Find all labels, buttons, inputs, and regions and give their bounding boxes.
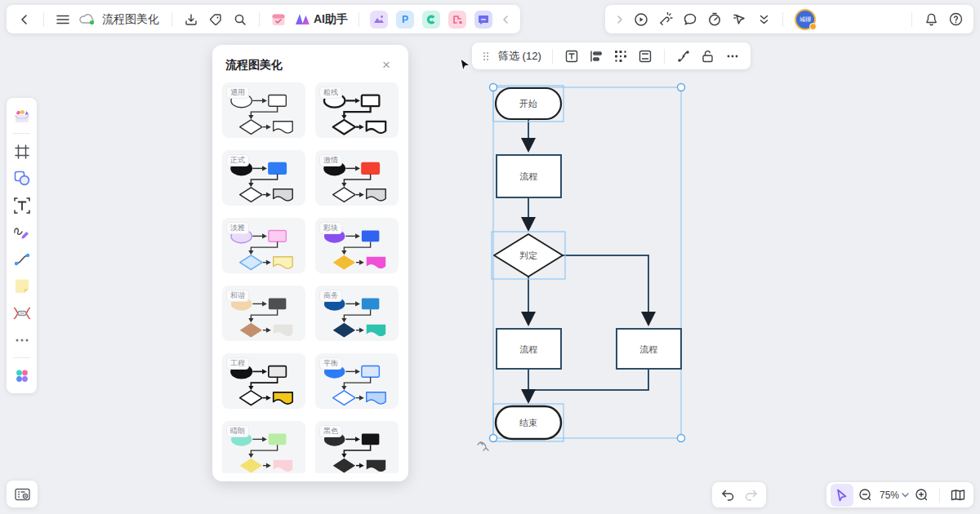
present-play-icon[interactable] xyxy=(630,8,653,31)
comment-icon[interactable] xyxy=(679,8,702,31)
zoom-level[interactable]: 75% xyxy=(880,490,899,501)
chart-app-icon[interactable] xyxy=(422,11,440,29)
theme-label: 淡雅 xyxy=(226,222,249,234)
selection-handle[interactable] xyxy=(490,84,497,91)
search-icon[interactable] xyxy=(229,8,252,31)
undo-icon[interactable] xyxy=(716,484,739,507)
ai-assistant-button[interactable]: AI助手 xyxy=(292,8,351,31)
align-icon[interactable] xyxy=(585,45,608,68)
selection-handle[interactable] xyxy=(490,435,497,442)
help-icon[interactable] xyxy=(944,8,967,31)
selection-handle[interactable] xyxy=(678,84,685,91)
topbar-left: 流程图美化 AI助手 P xyxy=(7,5,520,33)
p-app-icon[interactable]: P xyxy=(396,11,414,29)
share-dropdown-icon[interactable] xyxy=(881,11,899,29)
divider xyxy=(552,49,553,64)
chat-app-icon[interactable] xyxy=(474,11,492,29)
zoom-out-icon[interactable] xyxy=(854,484,877,507)
text-tool-icon[interactable] xyxy=(10,193,33,217)
laser-pointer-icon[interactable] xyxy=(654,8,677,31)
chevron-double-down-icon[interactable] xyxy=(752,8,775,31)
zoom-dropdown-icon[interactable] xyxy=(902,493,909,498)
flowchart-node-decision[interactable]: 判定 xyxy=(492,232,565,279)
expand-right-icon[interactable] xyxy=(612,8,628,31)
unlock-icon[interactable] xyxy=(697,45,719,68)
back-button[interactable] xyxy=(13,8,36,31)
rotate-handle-icon[interactable] xyxy=(478,442,488,450)
theme-card-9[interactable]: 工程 xyxy=(222,353,305,409)
theme-card-2[interactable]: 粗线 xyxy=(315,82,399,138)
theme-label: 商务 xyxy=(319,290,342,302)
theme-card-11[interactable]: 晴朗 xyxy=(222,421,305,473)
timer-icon[interactable] xyxy=(703,8,726,31)
document-title: 流程图美化 xyxy=(102,12,159,27)
node-label: 流程 xyxy=(519,344,538,354)
select-cursor-button[interactable] xyxy=(831,484,853,507)
theme-card-1[interactable]: 通用 xyxy=(222,82,305,138)
calendar-task-icon[interactable] xyxy=(267,8,290,31)
theme-card-7[interactable]: 和谐 xyxy=(222,286,305,341)
divider xyxy=(939,488,940,503)
divider xyxy=(359,12,359,27)
image-app-icon[interactable] xyxy=(370,11,388,29)
frame-fit-icon[interactable] xyxy=(634,45,657,68)
menu-icon[interactable] xyxy=(51,8,74,31)
connector-tool-icon[interactable] xyxy=(10,247,33,271)
notification-bell-icon[interactable] xyxy=(920,8,942,31)
sticky-note-icon[interactable] xyxy=(10,274,33,298)
left-sidebar xyxy=(7,98,37,393)
theme-card-4[interactable]: 激情 xyxy=(315,150,399,206)
theme-label: 黑色 xyxy=(319,425,342,437)
follow-cursor-icon[interactable] xyxy=(728,8,751,31)
text-style-icon[interactable] xyxy=(560,45,583,68)
theme-label: 激情 xyxy=(319,154,342,166)
filter-label[interactable]: 筛选 (12) xyxy=(498,49,541,64)
import-icon[interactable] xyxy=(180,8,203,31)
zoom-in-icon[interactable] xyxy=(910,484,933,507)
theme-label: 正式 xyxy=(226,154,249,166)
board-settings-button[interactable] xyxy=(7,481,38,507)
plugins-icon[interactable] xyxy=(10,364,33,388)
share-label: 分享 xyxy=(849,12,871,27)
selection-handle[interactable] xyxy=(678,435,685,442)
frame-tool-icon[interactable] xyxy=(10,140,33,163)
flowchart-canvas[interactable]: 开始流程判定流程流程结束 xyxy=(0,0,980,514)
templates-icon[interactable] xyxy=(10,104,33,127)
mindmap-tool-icon[interactable] xyxy=(10,301,33,325)
theme-label: 晴朗 xyxy=(226,425,249,437)
drag-handle-icon[interactable] xyxy=(479,45,493,68)
flowchart-node-process-3[interactable]: 流程 xyxy=(617,329,681,369)
connector-style-icon[interactable] xyxy=(672,45,695,68)
theme-card-3[interactable]: 正式 xyxy=(222,150,305,206)
flowchart-edge[interactable] xyxy=(563,255,648,323)
layout-icon[interactable] xyxy=(609,45,632,68)
flowchart-node-end[interactable]: 结束 xyxy=(493,404,564,441)
share-button[interactable]: 分享 xyxy=(825,8,901,30)
close-icon[interactable]: × xyxy=(377,56,395,74)
draw-tool-icon[interactable] xyxy=(10,220,33,244)
collapse-left-icon[interactable] xyxy=(497,8,514,31)
avatar-badge xyxy=(809,23,817,30)
cloud-sync-icon[interactable] xyxy=(76,8,99,31)
theme-card-6[interactable]: 彩块 xyxy=(315,218,399,273)
divider xyxy=(664,49,665,64)
avatar[interactable]: 城聊 xyxy=(795,9,816,30)
flow-app-icon[interactable] xyxy=(448,11,466,29)
flowchart-node-start[interactable]: 开始 xyxy=(493,86,564,122)
tag-icon[interactable] xyxy=(204,8,227,31)
flowchart-edge[interactable] xyxy=(529,369,648,390)
node-label: 结束 xyxy=(519,418,537,428)
theme-card-8[interactable]: 商务 xyxy=(315,286,399,341)
divider xyxy=(13,133,30,134)
redo-icon[interactable] xyxy=(739,484,762,507)
more-tools-icon[interactable] xyxy=(10,328,33,352)
flowchart-node-process-1[interactable]: 流程 xyxy=(497,155,561,197)
theme-card-10[interactable]: 平衡 xyxy=(315,353,399,409)
minimap-icon[interactable] xyxy=(947,484,969,507)
theme-card-5[interactable]: 淡雅 xyxy=(222,218,305,273)
flowchart-node-process-2[interactable]: 流程 xyxy=(497,329,561,369)
shapes-tool-icon[interactable] xyxy=(10,166,33,190)
more-options-icon[interactable] xyxy=(721,45,744,68)
theme-label: 平衡 xyxy=(319,357,342,370)
theme-card-12[interactable]: 黑色 xyxy=(315,421,399,473)
